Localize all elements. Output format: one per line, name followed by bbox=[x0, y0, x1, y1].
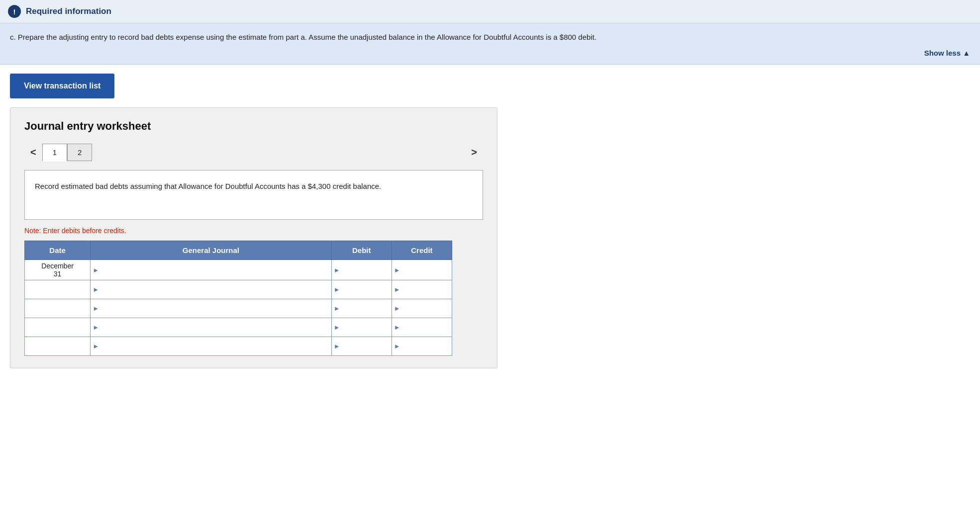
debit-cell-5[interactable]: ► bbox=[331, 337, 392, 356]
debit-arrow-icon: ► bbox=[332, 286, 342, 293]
tab-2[interactable]: 2 bbox=[67, 144, 92, 161]
worksheet-container: Journal entry worksheet < 1 2 > Record e… bbox=[10, 107, 497, 368]
col-date: Date bbox=[25, 241, 91, 260]
table-row: ► ► ► bbox=[25, 280, 452, 299]
journal-table: Date General Journal Debit Credit Decemb… bbox=[24, 241, 452, 356]
credit-cell-2[interactable]: ► bbox=[392, 280, 452, 299]
journal-input-5[interactable] bbox=[101, 338, 331, 355]
debit-input-1[interactable] bbox=[342, 261, 392, 279]
journal-cell-5[interactable]: ► bbox=[91, 337, 332, 356]
journal-input-1[interactable] bbox=[101, 261, 331, 279]
table-row: ► ► ► bbox=[25, 318, 452, 337]
journal-cell-1[interactable]: ► bbox=[91, 260, 332, 280]
table-row: December31 ► ► bbox=[25, 260, 452, 280]
next-tab-button[interactable]: > bbox=[465, 143, 483, 162]
info-icon: ! bbox=[8, 5, 21, 18]
credit-input-1[interactable] bbox=[402, 261, 452, 279]
col-debit: Debit bbox=[331, 241, 392, 260]
cell-arrow-icon: ► bbox=[91, 266, 101, 274]
debit-arrow-icon: ► bbox=[332, 305, 342, 312]
col-general-journal: General Journal bbox=[91, 241, 332, 260]
worksheet-title: Journal entry worksheet bbox=[24, 120, 483, 133]
credit-arrow-icon: ► bbox=[392, 324, 402, 331]
tab-navigation-row: < 1 2 > bbox=[24, 143, 483, 162]
date-cell-5 bbox=[25, 337, 91, 356]
credit-arrow-icon: ► bbox=[392, 266, 402, 274]
tab-1[interactable]: 1 bbox=[42, 144, 67, 162]
show-less-container: Show less ▲ bbox=[10, 47, 970, 59]
required-info-banner: ! Required information bbox=[0, 0, 980, 23]
date-cell-3 bbox=[25, 299, 91, 318]
debit-arrow-icon: ► bbox=[332, 266, 342, 274]
required-info-title: Required information bbox=[26, 6, 111, 16]
date-cell-2 bbox=[25, 280, 91, 299]
debit-cell-3[interactable]: ► bbox=[331, 299, 392, 318]
credit-arrow-icon: ► bbox=[392, 305, 402, 312]
problem-statement: c. Prepare the adjusting entry to record… bbox=[0, 23, 980, 65]
instruction-text: Record estimated bad debts assuming that… bbox=[35, 180, 473, 192]
debit-arrow-icon: ► bbox=[332, 342, 342, 350]
date-cell-4 bbox=[25, 318, 91, 337]
journal-cell-2[interactable]: ► bbox=[91, 280, 332, 299]
cell-arrow-icon: ► bbox=[91, 342, 101, 350]
debit-input-4[interactable] bbox=[342, 319, 392, 337]
cell-arrow-icon: ► bbox=[91, 286, 101, 293]
credit-cell-3[interactable]: ► bbox=[392, 299, 452, 318]
instruction-box: Record estimated bad debts assuming that… bbox=[24, 170, 483, 220]
credit-cell-4[interactable]: ► bbox=[392, 318, 452, 337]
view-transaction-button[interactable]: View transaction list bbox=[10, 74, 114, 98]
journal-input-4[interactable] bbox=[101, 319, 331, 337]
debit-input-2[interactable] bbox=[342, 281, 392, 299]
debit-arrow-icon: ► bbox=[332, 324, 342, 331]
prev-tab-button[interactable]: < bbox=[24, 143, 42, 162]
credit-input-4[interactable] bbox=[402, 319, 452, 337]
debit-input-5[interactable] bbox=[342, 338, 392, 355]
journal-input-3[interactable] bbox=[101, 300, 331, 318]
credit-cell-1[interactable]: ► bbox=[392, 260, 452, 280]
note-text: Note: Enter debits before credits. bbox=[24, 227, 483, 235]
credit-input-5[interactable] bbox=[402, 338, 452, 355]
show-less-link[interactable]: Show less ▲ bbox=[924, 49, 970, 57]
debit-cell-2[interactable]: ► bbox=[331, 280, 392, 299]
cell-arrow-icon: ► bbox=[91, 305, 101, 312]
credit-input-2[interactable] bbox=[402, 281, 452, 299]
table-row: ► ► ► bbox=[25, 337, 452, 356]
col-credit: Credit bbox=[392, 241, 452, 260]
cell-arrow-icon: ► bbox=[91, 324, 101, 331]
problem-text: c. Prepare the adjusting entry to record… bbox=[10, 31, 970, 43]
credit-arrow-icon: ► bbox=[392, 286, 402, 293]
credit-input-3[interactable] bbox=[402, 300, 452, 318]
credit-arrow-icon: ► bbox=[392, 342, 402, 350]
debit-input-3[interactable] bbox=[342, 300, 392, 318]
journal-cell-4[interactable]: ► bbox=[91, 318, 332, 337]
table-row: ► ► ► bbox=[25, 299, 452, 318]
journal-cell-3[interactable]: ► bbox=[91, 299, 332, 318]
debit-cell-4[interactable]: ► bbox=[331, 318, 392, 337]
journal-input-2[interactable] bbox=[101, 281, 331, 299]
date-cell-1: December31 bbox=[25, 260, 91, 280]
credit-cell-5[interactable]: ► bbox=[392, 337, 452, 356]
debit-cell-1[interactable]: ► bbox=[331, 260, 392, 280]
